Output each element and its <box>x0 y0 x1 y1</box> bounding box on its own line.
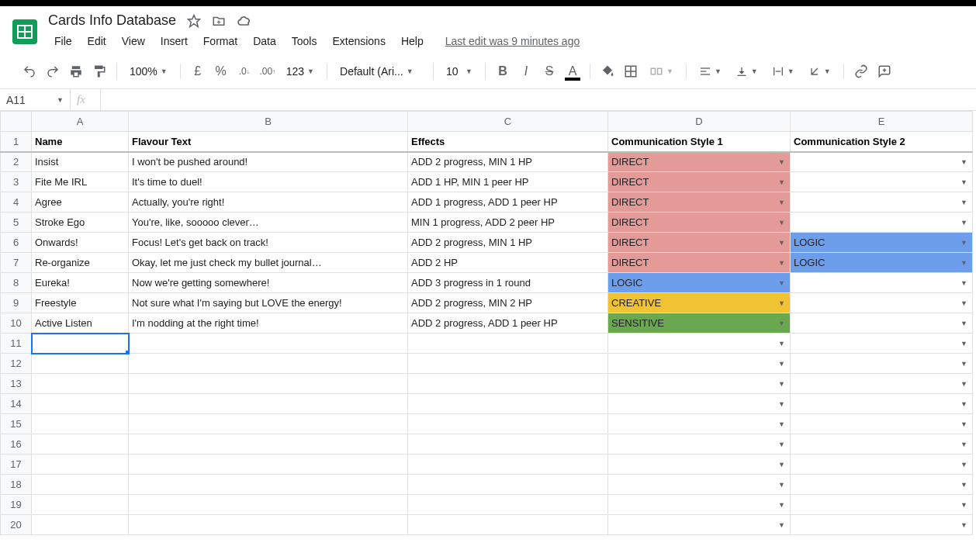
dropdown-cell[interactable]: ▼ <box>608 475 791 495</box>
paint-format-button[interactable] <box>88 60 110 82</box>
cell[interactable]: MIN 1 progress, ADD 2 peer HP <box>408 213 608 233</box>
insert-comment-button[interactable] <box>874 60 895 82</box>
cell[interactable] <box>129 334 408 354</box>
cell[interactable]: ADD 2 progress, ADD 1 peer HP <box>408 313 608 334</box>
cell[interactable]: Okay, let me just check my bullet journa… <box>129 253 408 273</box>
borders-button[interactable] <box>620 60 642 82</box>
row-header[interactable]: 8 <box>1 273 32 293</box>
cell[interactable] <box>32 515 129 535</box>
insert-link-button[interactable] <box>850 60 872 82</box>
row-header[interactable]: 11 <box>1 334 32 354</box>
cell[interactable]: Stroke Ego <box>32 213 129 233</box>
cell[interactable] <box>408 354 608 374</box>
column-header-B[interactable]: B <box>129 112 408 132</box>
cell[interactable]: ADD 1 progress, ADD 1 peer HP <box>408 192 608 213</box>
dropdown-cell[interactable]: ▼ <box>791 414 973 434</box>
dropdown-cell[interactable]: ▼ <box>791 152 973 172</box>
dropdown-cell[interactable]: ▼ <box>791 495 973 515</box>
dropdown-cell[interactable]: ▼ <box>608 414 791 434</box>
cell[interactable]: Fite Me IRL <box>32 172 129 192</box>
dropdown-cell[interactable]: DIRECT▼ <box>608 213 791 233</box>
cell[interactable] <box>32 354 129 374</box>
row-header[interactable]: 6 <box>1 233 32 253</box>
decrease-decimal-button[interactable]: .0↓ <box>234 60 255 82</box>
cell[interactable]: You're, like, sooooo clever… <box>129 213 408 233</box>
menu-data[interactable]: Data <box>247 32 282 50</box>
cell[interactable] <box>129 414 408 434</box>
cell[interactable] <box>129 515 408 535</box>
row-header[interactable]: 15 <box>1 414 32 434</box>
dropdown-cell[interactable]: ▼ <box>791 475 973 495</box>
cell[interactable]: Actually, you're right! <box>129 192 408 213</box>
currency-button[interactable]: £ <box>187 60 209 82</box>
cell[interactable] <box>32 455 129 475</box>
menu-file[interactable]: File <box>48 32 78 50</box>
dropdown-cell[interactable]: DIRECT▼ <box>608 172 791 192</box>
cell[interactable]: ADD 2 progress, MIN 1 HP <box>408 152 608 172</box>
cell[interactable]: Focus! Let's get back on track! <box>129 233 408 253</box>
cell[interactable] <box>408 475 608 495</box>
bold-button[interactable]: B <box>492 60 514 82</box>
menu-edit[interactable]: Edit <box>81 32 112 50</box>
cell[interactable] <box>129 354 408 374</box>
cell[interactable] <box>32 414 129 434</box>
dropdown-cell[interactable]: ▼ <box>608 495 791 515</box>
print-button[interactable] <box>65 60 87 82</box>
cell[interactable]: I won't be pushed around! <box>129 152 408 172</box>
cell[interactable] <box>408 374 608 394</box>
cell[interactable] <box>32 434 129 455</box>
dropdown-cell[interactable]: DIRECT▼ <box>608 192 791 213</box>
dropdown-cell[interactable]: ▼ <box>608 455 791 475</box>
last-edit-link[interactable]: Last edit was 9 minutes ago <box>445 35 580 47</box>
dropdown-cell[interactable]: ▼ <box>608 374 791 394</box>
row-header[interactable]: 13 <box>1 374 32 394</box>
cell[interactable]: ADD 3 progress in 1 round <box>408 273 608 293</box>
sheet-grid[interactable]: A B C D E 1 Name Flavour Text Effects Co… <box>0 111 976 535</box>
dropdown-cell[interactable]: ▼ <box>608 354 791 374</box>
dropdown-cell[interactable]: ▼ <box>791 192 973 213</box>
italic-button[interactable]: I <box>515 60 537 82</box>
dropdown-cell[interactable]: ▼ <box>791 172 973 192</box>
cell[interactable]: Communication Style 2 <box>791 132 973 152</box>
cell[interactable]: ADD 2 progress, MIN 2 HP <box>408 293 608 313</box>
row-header[interactable]: 12 <box>1 354 32 374</box>
dropdown-cell[interactable]: ▼ <box>791 313 973 334</box>
cell[interactable] <box>408 455 608 475</box>
select-all-corner[interactable] <box>1 112 32 132</box>
strikethrough-button[interactable]: S <box>538 60 560 82</box>
dropdown-cell[interactable]: DIRECT▼ <box>608 233 791 253</box>
row-header[interactable]: 1 <box>1 132 32 152</box>
cell[interactable] <box>129 434 408 455</box>
font-dropdown[interactable]: Default (Ari...▼ <box>334 62 427 81</box>
cell[interactable]: Eureka! <box>32 273 129 293</box>
row-header[interactable]: 5 <box>1 213 32 233</box>
sheets-logo[interactable] <box>9 12 40 51</box>
dropdown-cell[interactable]: LOGIC▼ <box>608 273 791 293</box>
cell[interactable] <box>32 334 129 354</box>
dropdown-cell[interactable]: ▼ <box>791 334 973 354</box>
cell[interactable]: Name <box>32 132 129 152</box>
row-header[interactable]: 10 <box>1 313 32 334</box>
cell[interactable] <box>129 475 408 495</box>
cell[interactable] <box>129 495 408 515</box>
font-size-dropdown[interactable]: 10▼ <box>440 62 479 81</box>
row-header[interactable]: 17 <box>1 455 32 475</box>
dropdown-cell[interactable]: LOGIC▼ <box>791 253 973 273</box>
redo-button[interactable] <box>42 60 64 82</box>
row-header[interactable]: 7 <box>1 253 32 273</box>
menu-help[interactable]: Help <box>395 32 430 50</box>
move-icon[interactable] <box>212 14 226 28</box>
star-icon[interactable] <box>187 14 201 28</box>
row-header[interactable]: 20 <box>1 515 32 535</box>
cell[interactable]: ADD 1 HP, MIN 1 peer HP <box>408 172 608 192</box>
percent-button[interactable]: % <box>210 60 232 82</box>
column-header-E[interactable]: E <box>791 112 973 132</box>
column-header-A[interactable]: A <box>32 112 129 132</box>
cell[interactable]: Insist <box>32 152 129 172</box>
text-rotation-button[interactable]: ▼ <box>802 62 837 81</box>
cell[interactable]: Agree <box>32 192 129 213</box>
cell[interactable]: Active Listen <box>32 313 129 334</box>
merge-cells-button[interactable]: ▼ <box>643 61 680 81</box>
cell[interactable]: ADD 2 progress, MIN 1 HP <box>408 233 608 253</box>
dropdown-cell[interactable]: ▼ <box>791 354 973 374</box>
